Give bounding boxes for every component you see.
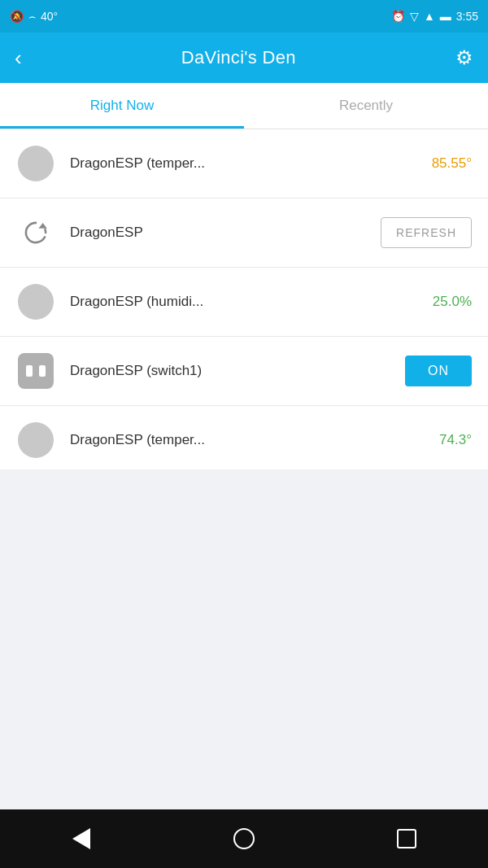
device-name-1: DragonESP (temper...: [70, 155, 432, 172]
status-bar-right: ⏰ ▽ ▲ ▬ 3:55: [391, 10, 478, 23]
content-spacer: [0, 469, 488, 809]
circle-icon-1: [16, 144, 55, 183]
device-value-1: 85.55°: [432, 155, 472, 172]
no-disturb-icon: 🔕: [10, 10, 24, 23]
back-button[interactable]: ‹: [15, 46, 22, 71]
back-triangle-icon: [72, 828, 90, 849]
refresh-icon-container: [16, 213, 55, 252]
recent-square-icon: [397, 829, 416, 848]
circle-icon-3: [16, 282, 55, 321]
nav-recent-button[interactable]: [389, 821, 425, 857]
nav-back-button[interactable]: [63, 821, 99, 857]
signal-icon: ▲: [424, 10, 435, 23]
device-name-2: DragonESP: [70, 225, 381, 241]
headphone-icon: ⌢: [28, 10, 36, 24]
device-list: DragonESP (temper... 85.55° DragonESP RE…: [0, 129, 488, 469]
home-circle-icon: [233, 828, 255, 849]
device-value-5: 74.3°: [439, 432, 472, 448]
table-row: DragonESP (temper... 85.55°: [0, 129, 488, 198]
table-row: DragonESP (humidi... 25.0%: [0, 268, 488, 337]
tab-right-now[interactable]: Right Now: [0, 83, 244, 129]
device-name-4: DragonESP (switch1): [70, 363, 405, 379]
svg-marker-0: [38, 223, 46, 229]
battery-icon: ▬: [440, 10, 451, 23]
table-row: DragonESP (temper... 74.3°: [0, 406, 488, 469]
app-bar-title: DaVinci's Den: [181, 47, 296, 68]
settings-button[interactable]: ⚙: [455, 46, 473, 69]
table-row: DragonESP (switch1) ON: [0, 337, 488, 406]
tabs-container: Right Now Recently: [0, 83, 488, 129]
time-display: 3:55: [456, 10, 478, 23]
plug-icon-4: [16, 351, 55, 390]
refresh-svg-icon: [20, 217, 51, 248]
tab-recently[interactable]: Recently: [244, 83, 488, 129]
switch1-on-button[interactable]: ON: [405, 355, 472, 386]
nav-bar: [0, 809, 488, 868]
app-bar: ‹ DaVinci's Den ⚙: [0, 33, 488, 83]
status-bar-left: 🔕 ⌢ 40°: [10, 10, 58, 24]
circle-icon-5: [16, 421, 55, 460]
alarm-icon: ⏰: [391, 10, 405, 23]
device-name-3: DragonESP (humidi...: [70, 294, 433, 310]
temperature-text: 40°: [41, 10, 58, 23]
status-bar: 🔕 ⌢ 40° ⏰ ▽ ▲ ▬ 3:55: [0, 0, 488, 33]
table-row: DragonESP REFRESH: [0, 198, 488, 268]
device-name-5: DragonESP (temper...: [70, 432, 439, 448]
nav-home-button[interactable]: [226, 821, 262, 857]
device-value-3: 25.0%: [433, 294, 472, 310]
refresh-button[interactable]: REFRESH: [381, 217, 472, 248]
wifi-icon: ▽: [410, 10, 419, 23]
